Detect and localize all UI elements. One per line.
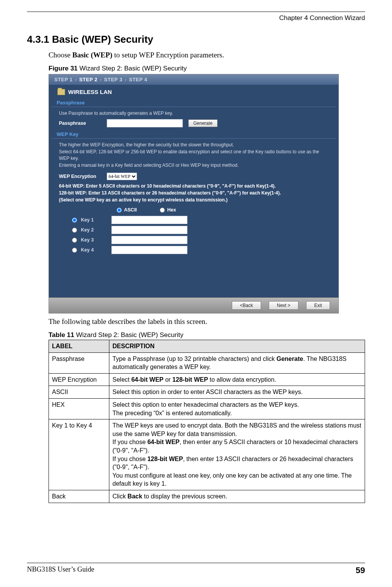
cell-desc: Select this option to enter hexadecimal … xyxy=(109,398,365,419)
key2-label[interactable]: Key 2 xyxy=(72,226,103,233)
chapter-header: Chapter 4 Connection Wizard xyxy=(27,14,365,22)
wepkey-body: The higher the WEP Encryption, the highe… xyxy=(49,139,338,257)
generate-button[interactable]: Generate xyxy=(188,119,218,127)
wlan-title: WIRELESS LAN xyxy=(68,89,112,95)
next-button[interactable]: Next > xyxy=(269,301,298,310)
txt-bold: 64-bit WEP xyxy=(131,376,164,383)
txt: Click xyxy=(112,493,127,500)
figure-label: Figure 31 xyxy=(49,65,78,72)
cell-label: ASCII xyxy=(49,386,109,399)
back-button[interactable]: <Back xyxy=(232,301,261,310)
table-row: Passphrase Type a Passphrase (up to 32 p… xyxy=(49,352,365,373)
txt-bold: Back xyxy=(127,493,142,500)
intro-bold: Basic (WEP) xyxy=(72,51,112,59)
step-sep: › xyxy=(75,77,77,82)
passphrase-label: Passphrase xyxy=(59,120,101,127)
txt: to allow data encryption. xyxy=(208,376,276,383)
key2-text: Key 2 xyxy=(81,226,94,233)
wep-note2: Select 64-bit WEP, 128-bit WEP or 256-bi… xyxy=(59,149,331,162)
th-label: LABEL xyxy=(49,340,109,353)
intro-paragraph: Choose Basic (WEP) to setup WEP Encrypti… xyxy=(49,51,365,59)
step-1: STEP 1 xyxy=(54,77,73,82)
table-row: WEP Encryption Select 64-bit WEP or 128-… xyxy=(49,373,365,386)
cell-desc: Select this option in order to enter ASC… xyxy=(109,386,365,399)
key3-radio[interactable] xyxy=(72,238,77,243)
txt: The preceding “0x” is entered automatica… xyxy=(112,409,362,418)
key1-radio[interactable] xyxy=(72,218,77,223)
wep-hint3: (Select one WEP key as an active key to … xyxy=(59,196,331,203)
passphrase-header: Passphrase xyxy=(51,97,336,107)
key3-label[interactable]: Key 3 xyxy=(72,236,103,243)
passphrase-input[interactable] xyxy=(107,119,183,127)
wlan-title-row: WIRELESS LAN xyxy=(49,85,338,97)
key1-input[interactable] xyxy=(111,216,188,224)
hex-radio[interactable] xyxy=(160,208,165,213)
cell-desc: Select 64-bit WEP or 128-bit WEP to allo… xyxy=(109,373,365,386)
txt-bold: 128-bit WEP xyxy=(173,376,208,383)
table-label: Table 11 xyxy=(49,331,74,339)
step-2: STEP 2 xyxy=(79,77,98,82)
th-desc: DESCRIPTION xyxy=(109,340,365,353)
hex-radio-label[interactable]: Hex xyxy=(160,206,176,213)
key4-radio[interactable] xyxy=(72,248,77,253)
txt: to display the previous screen. xyxy=(142,493,227,500)
cell-label: HEX xyxy=(49,398,109,419)
table-caption: Table 11 Wizard Step 2: Basic (WEP) Secu… xyxy=(49,331,365,339)
cell-desc: Type a Passphrase (up to 32 printable ch… xyxy=(109,352,365,373)
footer-page-number: 59 xyxy=(356,565,365,575)
figure-text: Wizard Step 2: Basic (WEP) Security xyxy=(78,65,187,72)
key4-label[interactable]: Key 4 xyxy=(72,247,103,253)
txt: Select this option to enter hexadecimal … xyxy=(112,401,362,409)
table-row: HEX Select this option to enter hexadeci… xyxy=(49,398,365,419)
passphrase-note: Use Passphrase to automatically generate… xyxy=(59,110,331,117)
wep-hint1: 64-bit WEP: Enter 5 ASCII characters or … xyxy=(59,183,331,190)
key2-input[interactable] xyxy=(111,226,188,234)
key2-radio[interactable] xyxy=(72,228,77,233)
step-sep: › xyxy=(100,77,102,82)
button-bar: <Back Next > Exit xyxy=(49,297,338,313)
folder-icon xyxy=(57,89,65,95)
after-figure-text: The following table describes the labels… xyxy=(49,317,365,326)
cell-label: Passphrase xyxy=(49,352,109,373)
page-footer: NBG318S User’s Guide 59 xyxy=(27,563,365,575)
description-table: LABEL DESCRIPTION Passphrase Type a Pass… xyxy=(49,340,365,503)
txt: Select xyxy=(112,376,131,383)
key4-input[interactable] xyxy=(111,246,188,254)
txt: If you chose xyxy=(112,439,147,445)
ascii-radio-label[interactable]: ASCII xyxy=(117,206,137,213)
txt: or xyxy=(163,376,172,383)
txt-bold: 64-bit WEP xyxy=(147,439,180,445)
cell-desc: Click Back to display the previous scree… xyxy=(109,490,365,503)
key1-text: Key 1 xyxy=(81,216,94,223)
section-title: 4.3.1 Basic (WEP) Security xyxy=(27,34,365,45)
table-caption-text: Wizard Step 2: Basic (WEP) Security xyxy=(74,331,183,339)
wep-enc-select[interactable]: 64-bit WEP xyxy=(107,173,137,180)
footer-guide: NBG318S User’s Guide xyxy=(27,565,94,575)
key1-label[interactable]: Key 1 xyxy=(72,216,103,223)
table-row: Key 1 to Key 4 The WEP keys are used to … xyxy=(49,419,365,490)
step-bar: STEP 1 › STEP 2 › STEP 3 › STEP 4 xyxy=(49,74,338,85)
intro-pre: Choose xyxy=(49,51,72,59)
wep-note3: Entering a manual key in a Key field and… xyxy=(59,162,331,169)
step-sep: › xyxy=(125,77,127,82)
cell-label: Key 1 to Key 4 xyxy=(49,419,109,490)
figure-caption: Figure 31 Wizard Step 2: Basic (WEP) Sec… xyxy=(49,65,365,72)
wep-enc-label: WEP Encryption xyxy=(59,173,101,180)
wepkey-header: WEP Key xyxy=(51,129,336,139)
ascii-text: ASCII xyxy=(124,206,137,213)
step-4: STEP 4 xyxy=(129,77,147,82)
cell-desc: The WEP keys are used to encrypt data. B… xyxy=(109,419,365,490)
txt: If you chose xyxy=(112,456,147,462)
passphrase-body: Use Passphrase to automatically generate… xyxy=(49,107,338,129)
key3-input[interactable] xyxy=(111,236,188,244)
ascii-radio[interactable] xyxy=(117,208,122,213)
key3-text: Key 3 xyxy=(81,236,94,243)
step-3: STEP 3 xyxy=(104,77,122,82)
cell-label: WEP Encryption xyxy=(49,373,109,386)
wep-hint2: 128-bit WEP: Enter 13 ASCII characters o… xyxy=(59,190,331,196)
txt-bold: 128-bit WEP xyxy=(147,456,183,462)
table-row: Back Click Back to display the previous … xyxy=(49,490,365,503)
wep-note1: The higher the WEP Encryption, the highe… xyxy=(59,142,331,148)
exit-button[interactable]: Exit xyxy=(306,301,330,310)
cell-label: Back xyxy=(49,490,109,503)
